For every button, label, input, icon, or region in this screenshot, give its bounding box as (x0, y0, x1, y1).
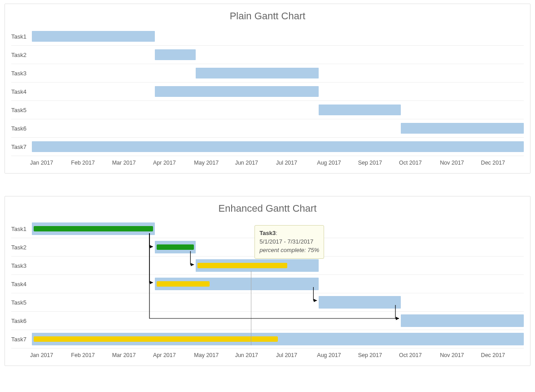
gantt-row-track (32, 46, 524, 64)
gantt-bar[interactable] (155, 49, 196, 60)
gantt-bar-progress (34, 336, 278, 342)
gantt-row-track (32, 293, 524, 311)
plain-gantt-title: Plain Gantt Chart (5, 10, 530, 22)
gantt-bar[interactable] (196, 259, 319, 272)
x-axis-tick: Jun 2017 (237, 352, 278, 358)
gantt-row-label: Task4 (11, 281, 32, 287)
tooltip-task-label: Task3 (259, 230, 276, 236)
gantt-row-label: Task5 (11, 107, 32, 113)
gantt-row-label: Task7 (11, 144, 32, 150)
gantt-tooltip: Task3:5/1/2017 - 7/31/2017percent comple… (254, 225, 324, 259)
gantt-row: Task7 (11, 138, 524, 156)
gantt-row-track (32, 330, 524, 348)
gantt-bar[interactable] (401, 123, 524, 134)
gantt-row-track (32, 275, 524, 293)
gantt-bar[interactable] (155, 241, 196, 253)
x-axis-tick: Mar 2017 (114, 352, 155, 358)
gantt-bar-progress (157, 281, 210, 287)
gantt-row: Task3 (11, 64, 524, 83)
crosshair-line (251, 271, 251, 345)
gantt-row-label: Task2 (11, 244, 32, 251)
gantt-row: Task3 (11, 257, 524, 275)
gantt-row-track (32, 312, 524, 330)
x-axis-tick: Jan 2017 (32, 352, 73, 358)
x-axis-tick: Feb 2017 (73, 352, 114, 358)
gantt-row: Task4 (11, 275, 524, 293)
gantt-bar[interactable] (32, 31, 155, 42)
tooltip-percent-complete: percent complete: 75% (259, 246, 319, 255)
gantt-row-track (32, 119, 524, 137)
x-axis-tick: Aug 2017 (319, 160, 360, 166)
gantt-bar[interactable] (32, 333, 524, 345)
gantt-bar[interactable] (32, 222, 155, 235)
x-axis-tick: May 2017 (196, 160, 237, 166)
gantt-row-track (32, 83, 524, 100)
gantt-row: Task6 (11, 312, 524, 330)
gantt-row-label: Task1 (11, 33, 32, 40)
x-axis-tick: Mar 2017 (114, 160, 155, 166)
x-axis-tick: May 2017 (196, 352, 237, 358)
gantt-bar-progress (157, 244, 194, 250)
gantt-row-label: Task3 (11, 70, 32, 77)
x-axis-tick: Jul 2017 (278, 160, 319, 166)
x-axis-tick: Apr 2017 (155, 160, 196, 166)
gantt-bar-progress (197, 263, 287, 268)
x-axis-tick: Sep 2017 (360, 160, 401, 166)
plain-gantt-chart[interactable]: Task1Task2Task3Task4Task5Task6Task7Jan 2… (5, 27, 530, 173)
gantt-bar[interactable] (319, 296, 401, 309)
gantt-bar[interactable] (155, 86, 319, 97)
gantt-bar[interactable] (32, 141, 524, 152)
x-axis-tick: Jan 2017 (32, 160, 73, 166)
x-axis-tick: Aug 2017 (319, 352, 360, 358)
x-axis-tick: Dec 2017 (483, 160, 524, 166)
gantt-row: Task6 (11, 119, 524, 138)
x-axis-tick: Oct 2017 (401, 352, 442, 358)
gantt-row-track (32, 27, 524, 45)
gantt-bar-progress (34, 226, 153, 231)
enhanced-gantt-chart[interactable]: Task1Task2Task3Task4Task5Task6Task7Jan 2… (5, 220, 530, 366)
gantt-row-track (32, 257, 524, 274)
x-axis-tick: Feb 2017 (73, 160, 114, 166)
gantt-row-track (32, 64, 524, 82)
gantt-row-label: Task6 (11, 318, 32, 324)
enhanced-gantt-title: Enhanced Gantt Chart (5, 203, 530, 214)
gantt-row-label: Task2 (11, 52, 32, 58)
x-axis-tick: Nov 2017 (442, 160, 482, 166)
gantt-row-label: Task3 (11, 262, 32, 269)
x-axis-tick: Jun 2017 (237, 160, 278, 166)
x-axis-tick: Sep 2017 (360, 352, 401, 358)
plain-gantt-panel: Plain Gantt Chart Task1Task2Task3Task4Ta… (4, 4, 531, 174)
gantt-row-label: Task1 (11, 226, 32, 232)
gantt-row: Task7 (11, 330, 524, 348)
gantt-row: Task1 (11, 27, 524, 46)
gantt-row-label: Task6 (11, 125, 32, 132)
gantt-x-axis: Jan 2017Feb 2017Mar 2017Apr 2017May 2017… (32, 160, 524, 166)
gantt-bar[interactable] (196, 68, 319, 78)
x-axis-tick: Jul 2017 (278, 352, 319, 358)
gantt-row-track (32, 138, 524, 156)
x-axis-tick: Dec 2017 (483, 352, 524, 358)
gantt-row: Task5 (11, 293, 524, 312)
gantt-row-label: Task7 (11, 336, 32, 343)
gantt-row: Task2 (11, 46, 524, 64)
gantt-bar[interactable] (401, 314, 524, 327)
gantt-row-track (32, 101, 524, 119)
gantt-row: Task5 (11, 101, 524, 119)
gantt-row-label: Task5 (11, 299, 32, 306)
gantt-row: Task4 (11, 83, 524, 101)
gantt-x-axis: Jan 2017Feb 2017Mar 2017Apr 2017May 2017… (32, 352, 524, 358)
x-axis-tick: Oct 2017 (401, 160, 442, 166)
enhanced-gantt-panel: Enhanced Gantt Chart Task1Task2Task3Task… (4, 196, 531, 366)
x-axis-tick: Nov 2017 (442, 352, 482, 358)
gantt-bar[interactable] (319, 105, 401, 115)
tooltip-range: 5/1/2017 - 7/31/2017 (259, 238, 319, 246)
gantt-bar[interactable] (155, 278, 319, 290)
gantt-row-label: Task4 (11, 88, 32, 95)
x-axis-tick: Apr 2017 (155, 352, 196, 358)
